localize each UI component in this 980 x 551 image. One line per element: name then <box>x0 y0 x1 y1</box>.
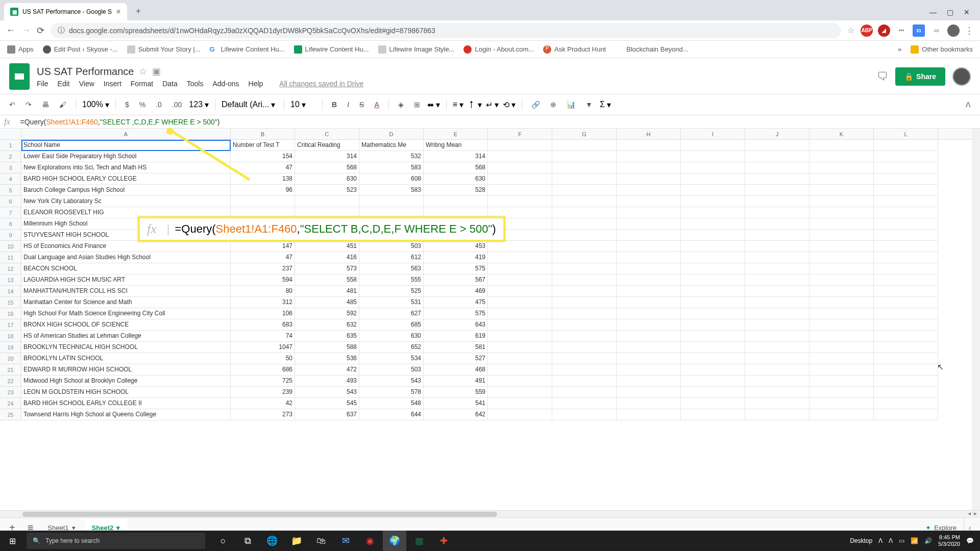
row-header[interactable]: 13 <box>0 274 21 286</box>
cell[interactable] <box>424 196 488 207</box>
cell[interactable]: 42 <box>231 398 295 409</box>
cell[interactable]: 543 <box>359 375 424 387</box>
cell[interactable] <box>681 331 745 342</box>
cell[interactable]: 568 <box>424 162 488 173</box>
cell[interactable] <box>874 196 938 207</box>
cell[interactable] <box>617 286 681 297</box>
cell[interactable] <box>874 398 938 409</box>
row-header[interactable]: 10 <box>0 241 21 252</box>
column-header[interactable]: G <box>552 129 617 139</box>
cell[interactable]: High School For Math Science Engineering… <box>21 308 231 319</box>
cell[interactable]: 583 <box>359 162 424 173</box>
cell[interactable] <box>617 230 681 241</box>
cell[interactable]: 528 <box>424 185 488 196</box>
cell[interactable] <box>552 151 617 162</box>
column-header[interactable]: B <box>231 129 295 139</box>
cell[interactable]: 543 <box>295 387 359 398</box>
cell[interactable]: 237 <box>231 263 295 274</box>
cell[interactable] <box>552 218 617 230</box>
cell[interactable] <box>488 151 552 162</box>
row-header[interactable]: 14 <box>0 286 21 297</box>
zoom-dropdown[interactable]: 100%▾ <box>82 100 109 110</box>
cell[interactable]: 575 <box>424 263 488 274</box>
wrap-dropdown[interactable]: ↵▾ <box>486 100 499 110</box>
cell[interactable]: 96 <box>231 185 295 196</box>
cell[interactable] <box>874 387 938 398</box>
extension-icon[interactable]: ▭ <box>930 24 942 37</box>
cell[interactable]: 451 <box>295 241 359 252</box>
cell[interactable] <box>552 140 617 151</box>
cell[interactable] <box>681 409 745 420</box>
cell[interactable] <box>745 207 810 218</box>
cell[interactable]: BARD HIGH SCHOOL EARLY COLLEGE II <box>21 398 231 409</box>
bookmarks-overflow[interactable]: » <box>898 45 901 53</box>
cell[interactable] <box>552 297 617 308</box>
cell[interactable] <box>617 196 681 207</box>
account-avatar[interactable] <box>952 67 971 86</box>
cell[interactable] <box>874 185 938 196</box>
bookmark-item[interactable]: Submit Your Story |... <box>127 45 201 54</box>
cell[interactable]: EDWARD R MURROW HIGH SCHOOL <box>21 364 231 375</box>
cell[interactable]: 475 <box>424 297 488 308</box>
print-icon[interactable]: 🖶 <box>39 98 52 111</box>
font-size-dropdown[interactable]: 10▾ <box>290 100 316 110</box>
cell[interactable]: HS of Economics And Finance <box>21 241 231 252</box>
cell[interactable]: 531 <box>359 297 424 308</box>
menu-file[interactable]: File <box>37 80 48 88</box>
chrome-menu-icon[interactable]: ⋮ <box>965 25 974 36</box>
cell[interactable]: Writing Mean <box>424 140 488 151</box>
cell[interactable] <box>810 319 874 331</box>
cell[interactable] <box>681 319 745 331</box>
column-header[interactable]: A <box>21 129 231 139</box>
cell[interactable] <box>874 331 938 342</box>
cell[interactable]: 594 <box>231 274 295 286</box>
cell[interactable] <box>617 185 681 196</box>
bookmark-item[interactable]: PAsk Product Hunt <box>543 45 606 54</box>
cell[interactable] <box>745 151 810 162</box>
cell[interactable] <box>488 173 552 185</box>
cell[interactable] <box>617 297 681 308</box>
cell[interactable] <box>681 196 745 207</box>
cell[interactable] <box>617 353 681 364</box>
cell[interactable] <box>488 353 552 364</box>
cell[interactable]: 469 <box>424 286 488 297</box>
app-icon[interactable]: ✚ <box>432 531 455 551</box>
cell[interactable] <box>488 252 552 263</box>
cell[interactable]: 581 <box>424 342 488 353</box>
windows-search[interactable]: 🔍 Type here to search <box>27 533 205 549</box>
cell[interactable] <box>681 140 745 151</box>
cell[interactable] <box>810 308 874 319</box>
cell[interactable] <box>617 151 681 162</box>
cell[interactable] <box>681 263 745 274</box>
cell[interactable] <box>874 173 938 185</box>
cell[interactable]: 555 <box>359 274 424 286</box>
cell[interactable] <box>617 162 681 173</box>
save-status[interactable]: All changes saved in Drive <box>279 80 363 88</box>
adblock-icon[interactable]: ABP <box>861 24 873 37</box>
cell[interactable] <box>874 274 938 286</box>
cell[interactable]: 545 <box>295 398 359 409</box>
bookmark-item[interactable]: Edit Post ‹ Skyose -... <box>43 45 118 54</box>
cell[interactable] <box>681 286 745 297</box>
cell[interactable]: 416 <box>295 252 359 263</box>
cell[interactable] <box>488 297 552 308</box>
cell[interactable]: Manhattan Center for Science and Math <box>21 297 231 308</box>
vertical-scrollbar[interactable] <box>972 129 980 510</box>
cell[interactable] <box>681 162 745 173</box>
row-header[interactable]: 9 <box>0 230 21 241</box>
cell[interactable]: MANHATTAN/HUNTER COLL HS SCI <box>21 286 231 297</box>
cell[interactable]: Midwood High School at Brooklyn College <box>21 375 231 387</box>
cell[interactable] <box>552 364 617 375</box>
cell[interactable] <box>552 196 617 207</box>
cell[interactable] <box>488 364 552 375</box>
cell[interactable] <box>810 218 874 230</box>
cell[interactable] <box>617 274 681 286</box>
borders-icon[interactable]: ⊞ <box>411 98 423 111</box>
cell[interactable] <box>681 375 745 387</box>
cell[interactable] <box>681 342 745 353</box>
link-icon[interactable]: 🔗 <box>528 98 543 111</box>
cell[interactable]: 472 <box>295 364 359 375</box>
cell[interactable] <box>552 387 617 398</box>
column-header[interactable]: E <box>424 129 488 139</box>
cell[interactable] <box>745 353 810 364</box>
